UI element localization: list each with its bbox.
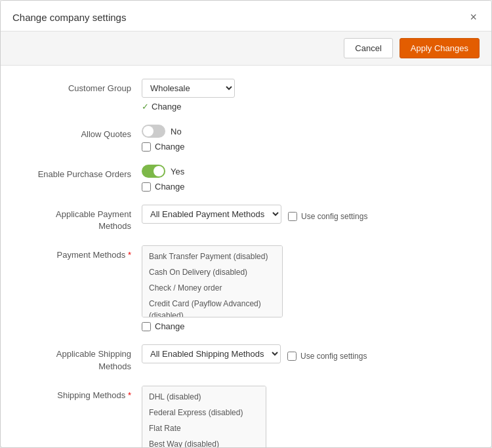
customer-group-label: Customer Group — [27, 79, 142, 94]
action-bar: Cancel Apply Changes — [1, 31, 491, 66]
enable-purchase-orders-label: Enable Purchase Orders — [27, 165, 142, 180]
payment-methods-listbox[interactable]: Bank Transfer Payment (disabled) Cash On… — [142, 245, 283, 317]
shipping-use-config-checkbox[interactable] — [287, 352, 297, 361]
shipping-use-config-label: Use config settings — [300, 352, 367, 361]
customer-group-row: Customer Group Wholesale Retail General … — [27, 79, 465, 112]
payment-methods-control: Bank Transfer Payment (disabled) Cash On… — [142, 245, 465, 331]
apply-changes-button[interactable]: Apply Changes — [400, 38, 480, 58]
enable-purchase-orders-status: Yes — [171, 167, 184, 176]
enable-purchase-orders-toggle-wrap: Yes — [142, 165, 465, 178]
customer-group-select[interactable]: Wholesale Retail General NOT LOGGED IN — [142, 79, 235, 98]
applicable-payment-select[interactable]: All Enabled Payment Methods Specific Pay… — [142, 205, 281, 224]
modal-body: Customer Group Wholesale Retail General … — [1, 66, 491, 447]
applicable-shipping-methods-row: Applicable Shipping Methods All Enabled … — [27, 344, 465, 372]
allow-quotes-status: No — [171, 127, 182, 136]
allow-quotes-toggle[interactable] — [142, 125, 165, 138]
allow-quotes-change-label: Change — [155, 142, 185, 152]
close-button[interactable]: × — [467, 10, 480, 24]
customer-group-control: Wholesale Retail General NOT LOGGED IN ✓… — [142, 79, 465, 112]
checkmark-icon: ✓ — [142, 102, 149, 112]
applicable-payment-row: All Enabled Payment Methods Specific Pay… — [142, 205, 465, 224]
modal-title: Change company settings — [12, 12, 126, 23]
shipping-methods-row: Shipping Methods * DHL (disabled) Federa… — [27, 386, 465, 447]
payment-use-config-wrap: Use config settings — [288, 208, 367, 221]
list-item[interactable]: Cash On Delivery (disabled) — [142, 264, 282, 280]
list-item[interactable]: Federal Express (disabled) — [142, 405, 266, 420]
enable-purchase-orders-toggle[interactable] — [142, 165, 165, 178]
allow-quotes-label: Allow Quotes — [27, 125, 142, 140]
applicable-shipping-select[interactable]: All Enabled Shipping Methods Specific Sh… — [142, 344, 281, 363]
allow-quotes-toggle-wrap: No — [142, 125, 465, 138]
customer-group-select-wrap: Wholesale Retail General NOT LOGGED IN — [142, 79, 465, 98]
applicable-shipping-methods-control: All Enabled Shipping Methods Specific Sh… — [142, 344, 465, 363]
list-item[interactable]: Flat Rate — [142, 420, 266, 436]
shipping-methods-listbox[interactable]: DHL (disabled) Federal Express (disabled… — [142, 386, 266, 447]
payment-use-config-label: Use config settings — [301, 212, 367, 221]
allow-quotes-change-checkbox[interactable] — [142, 142, 151, 152]
payment-methods-change-checkbox[interactable] — [142, 322, 151, 331]
applicable-payment-methods-control: All Enabled Payment Methods Specific Pay… — [142, 205, 465, 224]
enable-purchase-orders-change-label: Change — [155, 182, 185, 192]
payment-methods-required: * — [128, 250, 131, 260]
list-item[interactable]: Bank Transfer Payment (disabled) — [142, 249, 282, 264]
list-item[interactable]: Best Way (disabled) — [142, 436, 266, 447]
modal: Change company settings × Cancel Apply C… — [0, 0, 492, 448]
customer-group-change-row: ✓ Change — [142, 102, 465, 112]
allow-quotes-slider — [142, 125, 165, 138]
shipping-methods-required: * — [128, 390, 131, 400]
applicable-shipping-row: All Enabled Shipping Methods Specific Sh… — [142, 344, 465, 363]
enable-purchase-orders-slider — [142, 165, 165, 178]
allow-quotes-control: No Change — [142, 125, 465, 152]
list-item[interactable]: DHL (disabled) — [142, 389, 266, 405]
payment-methods-label: Payment Methods * — [27, 245, 142, 261]
list-item[interactable]: Credit Card (Payflow Advanced) (disabled… — [142, 296, 282, 317]
list-item[interactable]: Check / Money order — [142, 280, 282, 296]
allow-quotes-change-row: Change — [142, 142, 465, 152]
applicable-payment-methods-label: Applicable Payment Methods — [27, 205, 142, 232]
enable-purchase-orders-row: Enable Purchase Orders Yes Change — [27, 165, 465, 192]
shipping-use-config-wrap: Use config settings — [287, 348, 367, 361]
payment-use-config-checkbox[interactable] — [288, 212, 297, 221]
shipping-methods-control: DHL (disabled) Federal Express (disabled… — [142, 386, 465, 447]
allow-quotes-row: Allow Quotes No Change — [27, 125, 465, 152]
payment-methods-change-row: Change — [142, 321, 465, 331]
enable-purchase-orders-control: Yes Change — [142, 165, 465, 192]
customer-group-change-label: Change — [152, 102, 182, 112]
cancel-button[interactable]: Cancel — [344, 38, 392, 58]
enable-purchase-orders-change-row: Change — [142, 182, 465, 192]
payment-methods-row: Payment Methods * Bank Transfer Payment … — [27, 245, 465, 331]
modal-title-bar: Change company settings × — [1, 1, 491, 31]
applicable-payment-methods-row: Applicable Payment Methods All Enabled P… — [27, 205, 465, 232]
enable-purchase-orders-change-checkbox[interactable] — [142, 182, 151, 192]
applicable-shipping-methods-label: Applicable Shipping Methods — [27, 344, 142, 372]
payment-methods-change-label: Change — [155, 321, 185, 331]
shipping-methods-label: Shipping Methods * — [27, 386, 142, 401]
